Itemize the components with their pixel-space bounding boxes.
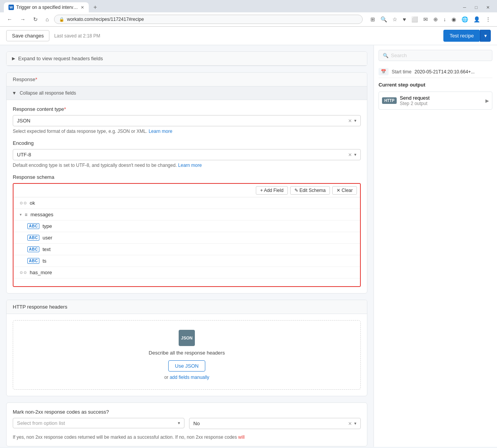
globe-btn[interactable]: 🌐 <box>460 15 470 23</box>
back-btn[interactable]: ← <box>5 15 15 23</box>
close-btn[interactable]: ✕ <box>482 3 493 11</box>
encoding-select[interactable]: UTF-8 ✕ ▾ <box>13 149 361 160</box>
schema-field-type: ABC type <box>14 221 360 232</box>
messages-collapse-icon[interactable]: ▾ <box>20 212 22 217</box>
no-value-select[interactable]: No ✕ ▾ <box>189 418 361 429</box>
mark-non-2xx-hint: If yes, non 2xx response codes returned … <box>13 434 361 440</box>
edit-schema-btn[interactable]: ✎ Edit Schema <box>290 186 330 195</box>
encoding-arrow-icon[interactable]: ▾ <box>354 152 357 157</box>
search-placeholder: Search <box>391 53 407 58</box>
bookmark-btn[interactable]: ☆ <box>391 15 399 23</box>
address-input[interactable]: 🔒 workato.com/recipes/1172417#recipe <box>54 15 362 24</box>
mark-non-2xx-section: Mark non-2xx response codes as success? … <box>6 402 367 446</box>
new-tab-btn[interactable]: + <box>90 2 100 12</box>
maximize-btn[interactable]: □ <box>471 3 482 11</box>
expand-headers-toggle[interactable]: ▶ Expand to view request headers fields <box>7 52 367 66</box>
no-value-clear-icon[interactable]: ✕ <box>348 421 352 426</box>
last-saved-text: Last saved at 2:18 PM <box>54 33 100 39</box>
search-box[interactable]: 🔍 Search <box>379 50 492 61</box>
http-response-headers-label: HTTP response headers <box>13 304 67 310</box>
schema-field-ok-name: ok <box>30 200 35 206</box>
encoding-value: UTF-8 <box>17 152 348 158</box>
encoding-clear-icon[interactable]: ✕ <box>348 152 352 158</box>
mark-non-2xx-fields: Select from option list ▾ No ✕ ▾ <box>13 418 361 431</box>
test-recipe-button[interactable]: Test recipe <box>443 30 480 42</box>
tab-close-btn[interactable]: ✕ <box>81 5 84 10</box>
collapse-all-toggle[interactable]: ▼ Collapse all response fields <box>7 87 367 100</box>
mark-non-2xx-link[interactable]: will <box>238 434 245 440</box>
use-json-btn[interactable]: Use JSON <box>168 360 205 372</box>
no-value: No <box>193 421 348 426</box>
tab-bar: W Trigger on a specified interval wi... … <box>0 0 497 12</box>
extension2-btn[interactable]: ✉ <box>422 15 429 23</box>
left-panel: ▶ Expand to view request headers fields … <box>0 45 374 447</box>
response-schema-container: + Add Field ✎ Edit Schema ✕ Clear ⊙ ⊙ <box>13 183 361 287</box>
save-changes-button[interactable]: Save changes <box>6 30 49 41</box>
tab-title: Trigger on a specified interval wi... <box>16 5 78 10</box>
type-badge-type: ABC <box>27 223 39 229</box>
headers-desc: Describe all the response headers <box>22 350 351 356</box>
headers-card: ▶ Expand to view request headers fields <box>6 51 367 66</box>
content-type-learn-more-link[interactable]: Learn more <box>149 129 172 134</box>
add-fields-manually-link[interactable]: add fields manually <box>170 375 210 380</box>
translate-btn[interactable]: ⊞ <box>369 15 377 23</box>
menu-btn[interactable]: ⋮ <box>484 15 492 23</box>
schema-field-text-name: text <box>42 246 51 252</box>
headers-drop-zone: JSON Describe all the response headers U… <box>13 320 361 390</box>
select-from-option-list[interactable]: Select from option list ▾ <box>13 418 184 428</box>
no-value-arrow-icon[interactable]: ▾ <box>354 421 357 426</box>
test-recipe-group: Test recipe ▾ <box>443 30 491 42</box>
select-option-arrow-icon[interactable]: ▾ <box>178 421 180 426</box>
active-tab[interactable]: W Trigger on a specified interval wi... … <box>4 2 89 12</box>
schema-field-user-name: user <box>42 235 52 241</box>
add-field-btn[interactable]: + Add Field <box>256 186 287 195</box>
type-badge-user: ABC <box>27 235 39 241</box>
current-step-output-header: Current step output <box>379 82 492 88</box>
content-type-value: JSON <box>17 118 348 124</box>
response-section: Response* ▼ Collapse all response fields… <box>6 72 367 294</box>
content-type-arrow-icon[interactable]: ▾ <box>354 118 357 123</box>
forward-btn[interactable]: → <box>18 15 28 23</box>
extension5-btn[interactable]: ◉ <box>450 15 458 23</box>
zoom-btn[interactable]: 🔍 <box>379 15 389 23</box>
right-panel: 🔍 Search 📅 Start time 2020-05-21T14:20:1… <box>374 45 497 447</box>
http-response-headers-section: HTTP response headers JSON Describe all … <box>6 300 367 396</box>
step-output-row[interactable]: HTTP Send request Step 2 output ▶ <box>379 92 492 110</box>
clear-schema-btn[interactable]: ✕ Clear <box>332 186 357 195</box>
profile-btn[interactable]: 👤 <box>472 15 482 23</box>
refresh-btn[interactable]: ↻ <box>31 15 40 23</box>
schema-field-has-more: ⊙ ⊙ has_more <box>14 267 360 278</box>
schema-toolbar: + Add Field ✎ Edit Schema ✕ Clear <box>14 184 360 197</box>
minimize-btn[interactable]: ─ <box>459 3 470 11</box>
expand-headers-label: Expand to view request headers fields <box>18 56 103 61</box>
start-time-value: 2020-05-21T14:20:10.664+... <box>414 69 475 75</box>
response-content-type-select[interactable]: JSON ✕ ▾ <box>13 115 361 126</box>
extension3-btn[interactable]: ⊕ <box>432 15 440 23</box>
calendar-icon: 📅 <box>379 68 389 75</box>
mark-non-2xx-body: Mark non-2xx response codes as success? … <box>7 403 367 446</box>
heart-btn[interactable]: ♥ <box>401 15 407 23</box>
extension4-btn[interactable]: ↓ <box>442 15 448 23</box>
encoding-learn-more-link[interactable]: Learn more <box>178 163 202 168</box>
json-icon: JSON <box>179 330 195 346</box>
messages-list-icon: ≡ <box>25 212 27 217</box>
search-icon: 🔍 <box>383 53 389 58</box>
response-required: * <box>36 76 37 82</box>
step-output-sub: Step 2 output <box>400 101 429 106</box>
content-type-required: * <box>64 106 66 112</box>
content-type-hint: Select expected format of data response … <box>13 129 361 134</box>
expand-icon: ▶ <box>12 56 15 61</box>
extension1-btn[interactable]: ⬜ <box>410 15 419 23</box>
response-body: Response content type* JSON ✕ ▾ Select e… <box>7 100 367 293</box>
test-recipe-dropdown-btn[interactable]: ▾ <box>480 30 491 42</box>
has-more-type-icon: ⊙ ⊙ <box>20 270 27 275</box>
http-headers-body: JSON Describe all the response headers U… <box>7 314 367 396</box>
start-time-label: Start time <box>392 69 411 75</box>
tab-favicon: W <box>8 5 14 10</box>
step-arrow-icon[interactable]: ▶ <box>485 98 489 104</box>
or-text: or add fields manually <box>22 375 351 380</box>
content-type-clear-icon[interactable]: ✕ <box>348 118 352 124</box>
home-btn[interactable]: ⌂ <box>43 15 51 23</box>
schema-field-messages: ▾ ≡ messages <box>14 209 360 221</box>
lock-icon: 🔒 <box>59 17 64 22</box>
